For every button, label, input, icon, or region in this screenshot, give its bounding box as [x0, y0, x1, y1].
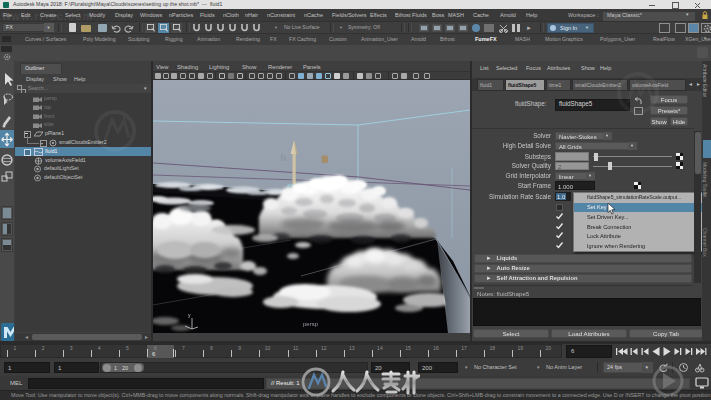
svg-text:persp: persp: [303, 321, 319, 327]
